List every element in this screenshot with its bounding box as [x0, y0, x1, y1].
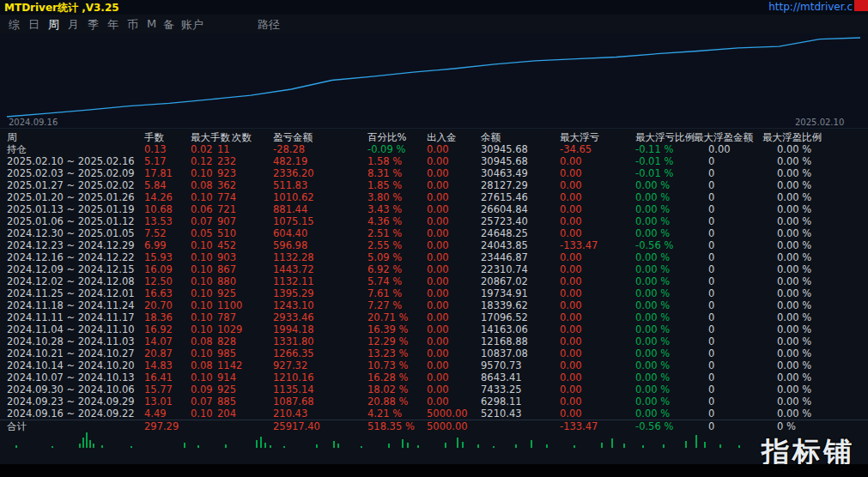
cell: 1087.68 [273, 395, 314, 408]
cell: 596.98 [273, 239, 307, 251]
cell: 0.00 [560, 299, 582, 311]
cell: 0.10 [191, 311, 213, 323]
cell: 4.36 % [367, 215, 402, 227]
column-header: 最大浮盈比例 [762, 131, 822, 143]
cell: -0.11 % [635, 143, 673, 155]
cell: 5.09 % [367, 251, 402, 263]
cell: 927.32 [273, 359, 307, 371]
cell: 2024.12.16 ~ 2024.12.22 [7, 251, 135, 263]
tab-1[interactable]: 综 [9, 17, 20, 33]
histogram-bar [546, 444, 548, 448]
cell: 604.40 [273, 227, 307, 239]
cell: 0.00 [708, 143, 731, 155]
cell: 0.08 [191, 359, 213, 371]
cell: 7.27 % [367, 299, 402, 311]
cell: 11 [217, 143, 230, 155]
cell: 5.17 [144, 155, 167, 167]
tab-8[interactable]: M [147, 17, 156, 30]
histogram-bar [642, 445, 644, 448]
histogram-bar [79, 444, 81, 448]
cell: 13.53 [144, 215, 173, 227]
tab-5[interactable]: 季 [88, 17, 99, 33]
cell: 0.00 % [635, 227, 670, 239]
cell: 0.00 % [635, 371, 670, 383]
tab-7[interactable]: 币 [127, 17, 138, 33]
cell: 0.00 % [777, 167, 811, 179]
bottom-strip [0, 464, 868, 477]
close-button[interactable] [854, 0, 868, 11]
tab-2[interactable]: 日 [28, 17, 39, 33]
app-url-link[interactable]: http://mtdriver.c [768, 1, 853, 13]
cell: 0.10 [191, 191, 213, 203]
cell: 0.00 [427, 287, 449, 299]
histogram-bar [738, 445, 740, 448]
cell: 2933.46 [273, 311, 314, 323]
cell: 2024.10.14 ~ 2024.10.20 [7, 359, 135, 371]
cell: 0.10 [191, 263, 213, 275]
cell: 0.00 [427, 371, 449, 383]
cell: 10837.08 [481, 347, 528, 359]
cell: 0.00 [560, 395, 582, 408]
cell: 1010.62 [273, 191, 314, 203]
cell: 10.68 [144, 203, 173, 215]
cell: 17096.52 [481, 311, 528, 323]
cell: 12.50 [144, 275, 173, 287]
cell: 1243.10 [273, 299, 314, 311]
tab-9[interactable]: 备 [163, 17, 174, 33]
cell: 0.00 [427, 263, 449, 275]
cell: 30945.68 [481, 155, 528, 167]
column-header: 出入金 [427, 131, 457, 143]
cell: 2024.11.18 ~ 2024.11.24 [7, 299, 135, 311]
cell: 2025.02.10 ~ 2025.02.16 [7, 155, 135, 167]
cell: 5210.43 [481, 408, 522, 420]
cell: 0.00 [427, 239, 449, 251]
cell: 2024.09.16 ~ 2024.09.22 [7, 408, 135, 420]
cell: 0.10 [191, 323, 213, 335]
cell: 0.00 [427, 335, 449, 347]
cell: 0.00 [427, 143, 449, 155]
cell: 0.10 [191, 371, 213, 383]
cell: 2024.09.23 ~ 2024.09.29 [7, 395, 135, 408]
cell: 867 [217, 263, 236, 275]
histogram-bar [623, 444, 625, 448]
cell: 2024.10.21 ~ 2024.10.27 [7, 347, 135, 359]
cell: 20867.02 [481, 275, 528, 287]
cell: 25723.40 [481, 215, 528, 227]
cell: 0.00 [427, 179, 449, 191]
cell: 1.85 % [367, 179, 402, 191]
cell: 0.00 % [777, 287, 811, 299]
cell: 1331.80 [273, 335, 314, 347]
cell: 16.28 % [367, 371, 409, 383]
cell: 2336.20 [273, 167, 314, 179]
table-row: 2024.10.07 ~ 2024.10.1316.410.109141210.… [0, 371, 868, 383]
cell: 18339.62 [481, 299, 528, 311]
cell: 0.00 % [635, 215, 670, 227]
cell: 0.00 [560, 167, 582, 179]
cell: 0.00 [560, 347, 582, 359]
table-row: 2024.09.30 ~ 2024.10.0615.770.099251135.… [0, 383, 868, 395]
tab-10[interactable]: 账户 [181, 17, 203, 33]
tab-3[interactable]: 周 [48, 17, 59, 33]
cell: 0.10 [191, 299, 213, 311]
histogram-bar [611, 438, 613, 448]
table-row: 2024.12.02 ~ 2024.12.0812.500.108801132.… [0, 275, 868, 287]
tab-4[interactable]: 月 [68, 17, 79, 33]
cell: 903 [217, 251, 236, 263]
path-label[interactable]: 路径 [258, 17, 280, 33]
histogram-bar [131, 446, 132, 448]
cell: 880 [217, 275, 236, 287]
cell: 0.00 [560, 335, 582, 347]
chart-end-date: 2025.02.10 [795, 118, 844, 127]
cell: 6298.11 [481, 395, 522, 408]
cell: 2025.01.27 ~ 2025.02.02 [7, 179, 135, 191]
cell: 0.00 % [635, 335, 670, 347]
cell: 2024.11.11 ~ 2024.11.17 [7, 311, 135, 323]
cell: 721 [217, 203, 236, 215]
histogram-bar [264, 443, 266, 448]
stats-table: 持仓0.130.0211-28.28-0.09 %0.0030945.68-34… [0, 143, 868, 432]
histogram-bar [260, 437, 262, 448]
tab-6[interactable]: 年 [107, 17, 118, 33]
cell: 1142 [217, 359, 242, 371]
histogram-bar [86, 432, 88, 448]
cell: 4.49 [144, 408, 167, 420]
